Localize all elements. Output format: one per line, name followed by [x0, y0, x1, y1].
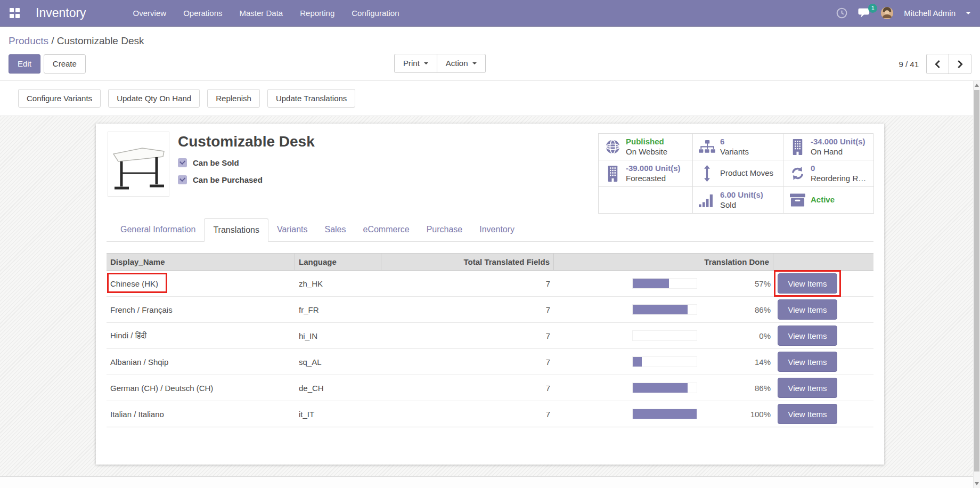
progress-percent: 57%	[755, 279, 771, 288]
tab-sales[interactable]: Sales	[316, 218, 354, 241]
cell-total-translated-fields: 7	[381, 357, 554, 367]
notebook-tabs: General InformationTranslationsVariantsS…	[107, 218, 873, 242]
view-items-button[interactable]: View Items	[778, 404, 837, 424]
cell-actions: View Items	[773, 299, 873, 320]
app-title[interactable]: Inventory	[36, 6, 86, 20]
menu-item-operations[interactable]: Operations	[183, 9, 222, 18]
stat-value: -39.000 Unit(s)	[626, 164, 681, 173]
progress-bar-fill	[633, 383, 688, 393]
stat-button-product-moves[interactable]: Product Moves	[693, 160, 783, 187]
control-panel-buttons: Edit Create Print Action 9 / 41	[9, 54, 971, 74]
stat-button-active[interactable]: Active	[783, 187, 874, 214]
smart-button-update-qty-on-hand[interactable]: Update Qty On Hand	[108, 89, 200, 108]
cell-display-name: Albanian / Shqip	[107, 349, 295, 375]
view-items-button[interactable]: View Items	[778, 273, 837, 294]
cell-translation-done: 0%	[554, 323, 773, 348]
print-dropdown[interactable]: Print	[394, 54, 437, 73]
column-header-language[interactable]: Language	[295, 254, 381, 270]
view-items-button[interactable]: View Items	[778, 299, 837, 320]
cell-total-translated-fields: 7	[381, 279, 554, 288]
column-header-display-name[interactable]: Display_Name	[107, 254, 295, 270]
activity-clock-icon[interactable]	[836, 7, 847, 19]
tab-purchase[interactable]: Purchase	[418, 218, 471, 241]
menu-item-overview[interactable]: Overview	[133, 9, 167, 18]
view-items-button[interactable]: View Items	[778, 326, 837, 346]
column-header-total-translated-fields[interactable]: Total Translated Fields	[381, 254, 554, 270]
page-bottom-strip	[0, 476, 980, 488]
smart-button-update-translations[interactable]: Update Translations	[267, 89, 355, 108]
smart-button-configure-variants[interactable]: Configure Variants	[18, 89, 101, 108]
product-form-sheet: Customizable Desk Can be Sold Can be Pur…	[96, 124, 884, 465]
cell-total-translated-fields: 7	[381, 410, 554, 419]
pager-next-button[interactable]	[949, 54, 971, 74]
main-menu: OverviewOperationsMaster DataReportingCo…	[133, 9, 399, 18]
stat-label: Product Moves	[720, 168, 773, 178]
vertical-scrollbar[interactable]	[973, 81, 980, 488]
breadcrumb-current: Customizable Desk	[57, 35, 144, 46]
progress-bar	[632, 409, 697, 419]
tab-inventory[interactable]: Inventory	[471, 218, 523, 241]
checkbox	[178, 158, 187, 167]
tab-ecommerce[interactable]: eCommerce	[355, 218, 418, 241]
language-name: Chinese (HK)	[110, 279, 158, 288]
messages-icon[interactable]: 1	[858, 8, 870, 19]
table-row: Italian / Italiano it_IT 7 100% View Ite…	[107, 401, 873, 427]
checkbox-label: Can be Sold	[193, 158, 239, 167]
action-dropdown[interactable]: Action	[437, 54, 486, 73]
cell-display-name: French / Français	[107, 297, 295, 322]
view-items-button[interactable]: View Items	[778, 352, 837, 372]
pager: 9 / 41	[899, 54, 971, 74]
cell-display-name: Chinese (HK)	[107, 271, 295, 296]
progress-bar-fill	[633, 279, 669, 288]
pager-previous-button[interactable]	[926, 54, 949, 74]
cell-translation-done: 100%	[554, 401, 773, 427]
language-name: Italian / Italiano	[110, 410, 164, 419]
edit-button[interactable]: Edit	[9, 54, 40, 74]
stat-label: On Website	[626, 147, 667, 157]
archive-icon	[789, 193, 806, 207]
app-window: Inventory OverviewOperationsMaster DataR…	[0, 0, 980, 488]
progress-bar	[632, 356, 697, 367]
menu-item-reporting[interactable]: Reporting	[300, 9, 334, 18]
stat-button-reordering-r[interactable]: 0 Reordering R…	[783, 160, 874, 187]
tab-general-information[interactable]: General Information	[112, 218, 204, 241]
smart-button-replenish[interactable]: Replenish	[207, 89, 260, 108]
scrollbar-thumb[interactable]	[974, 90, 979, 471]
table-row: Chinese (HK) zh_HK 7 57% View Items	[107, 271, 873, 297]
navbar-right: 1 Mitchell Admin	[836, 7, 970, 19]
tab-translations[interactable]: Translations	[204, 218, 268, 242]
stat-value: Active	[811, 195, 835, 205]
refresh-icon	[789, 166, 806, 181]
cell-total-translated-fields: 7	[381, 384, 554, 393]
user-menu[interactable]: Mitchell Admin	[904, 9, 956, 18]
stat-button-sold[interactable]: 6.00 Unit(s) Sold	[693, 187, 783, 214]
product-header: Customizable Desk Can be Sold Can be Pur…	[107, 131, 873, 218]
progress-bar-fill	[633, 305, 688, 314]
create-button[interactable]: Create	[44, 54, 86, 74]
view-items-button[interactable]: View Items	[778, 378, 837, 398]
stat-label: Sold	[720, 200, 763, 210]
stat-button-on-website[interactable]: Published On Website	[599, 134, 693, 160]
menu-item-configuration[interactable]: Configuration	[352, 9, 399, 18]
progress-percent: 14%	[755, 357, 771, 367]
progress-percent: 86%	[755, 384, 771, 393]
menu-item-master-data[interactable]: Master Data	[240, 9, 283, 18]
stat-button-on-hand[interactable]: -34.000 Unit(s) On Hand	[783, 134, 874, 160]
scrollbar-down-arrow[interactable]	[975, 482, 979, 485]
bar-chart-icon	[698, 193, 715, 207]
breadcrumb: Products / Customizable Desk	[9, 35, 971, 47]
stat-button-variants[interactable]: 6 Variants	[693, 134, 783, 160]
scrollbar-up-arrow[interactable]	[975, 84, 979, 87]
arrows-v-icon	[698, 165, 715, 182]
cell-language-code: zh_HK	[295, 279, 381, 288]
apps-menu-icon[interactable]	[10, 8, 20, 18]
tab-variants[interactable]: Variants	[268, 218, 316, 241]
column-header-translation-done[interactable]: Translation Done	[554, 254, 773, 270]
product-image[interactable]	[108, 132, 169, 197]
breadcrumb-products-link[interactable]: Products	[9, 35, 48, 46]
progress-bar	[632, 278, 697, 289]
avatar[interactable]	[881, 7, 893, 19]
stat-button-forecasted[interactable]: -39.000 Unit(s) Forecasted	[599, 160, 693, 187]
cell-actions: View Items	[773, 326, 873, 346]
progress-percent: 100%	[750, 410, 771, 419]
